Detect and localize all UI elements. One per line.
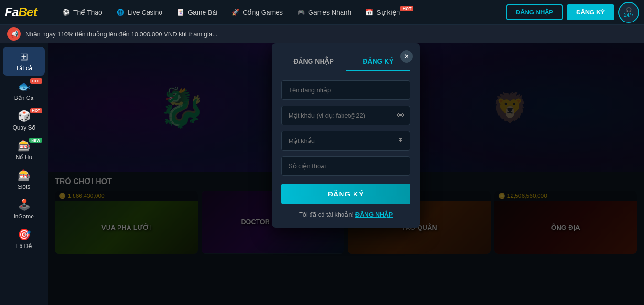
password1-input[interactable] xyxy=(281,106,410,125)
su-kien-hot-badge: HOT xyxy=(400,6,413,11)
quay-so-icon: 🎲 xyxy=(18,110,31,122)
modal-overlay: ĐĂNG NHẬP ĐĂNG KÝ ✕ 👁 xyxy=(48,43,644,305)
header: FaBet ⚽ Thể Thao 🌐 Live Casino 🃏 Game Bà… xyxy=(0,0,644,25)
sidebar-item-slots[interactable]: 🎰 Slots xyxy=(3,165,45,194)
nav-label-su-kien: Sự kiện xyxy=(376,9,400,16)
eye-icon-password1[interactable]: 👁 xyxy=(397,111,405,120)
password1-wrapper: 👁 xyxy=(281,106,410,125)
sidebar-label-ingame: inGame xyxy=(14,213,34,220)
nav-item-live-casino[interactable]: 🌐 Live Casino xyxy=(111,5,167,20)
sidebar-label-lo-de: Lô Đề xyxy=(16,243,32,250)
nav-label-games-nhanh: Games Nhanh xyxy=(308,9,351,16)
phone-input[interactable] xyxy=(281,156,410,176)
quay-so-badge: HOT xyxy=(30,108,42,113)
ticker-bar: 📢 Nhận ngay 110% tiền thưởng lên đến 10.… xyxy=(0,25,644,43)
login-link[interactable]: ĐĂNG NHẬP xyxy=(355,211,393,218)
nav-label-the-thao: Thể Thao xyxy=(73,9,102,16)
logo[interactable]: FaBet xyxy=(5,4,48,21)
sidebar-item-tat-ca[interactable]: ⊞ Tất cả xyxy=(3,47,45,76)
username-group xyxy=(281,80,410,100)
register-button[interactable]: ĐĂNG KÝ xyxy=(567,4,614,20)
tat-ca-icon: ⊞ xyxy=(20,51,28,63)
sidebar-item-quay-so[interactable]: HOT 🎲 Quay Số xyxy=(3,106,45,135)
no-hu-icon: 🎰 xyxy=(18,140,31,152)
headphone-icon: 🎧 xyxy=(626,7,632,12)
support-button[interactable]: 🎧 24/7 xyxy=(618,2,639,23)
sidebar-label-ban-ca: Bắn Cá xyxy=(14,95,33,101)
ticker-text: Nhận ngay 110% tiền thưởng lên đến 10.00… xyxy=(25,31,217,38)
nav-item-cong-games[interactable]: 🚀 Cổng Games xyxy=(226,5,288,20)
password2-wrapper: 👁 xyxy=(281,131,410,151)
login-button[interactable]: ĐĂNG NHẬP xyxy=(506,4,563,20)
games-nhanh-icon: 🎮 xyxy=(296,8,306,17)
lo-de-icon: 🎯 xyxy=(18,229,31,241)
phone-group xyxy=(281,156,410,176)
register-submit-button[interactable]: ĐĂNG KÝ xyxy=(281,184,410,204)
modal-tabs: ĐĂNG NHẬP ĐĂNG KÝ xyxy=(281,53,410,71)
main-layout: ⊞ Tất cả HOT 🐟 Bắn Cá HOT 🎲 Quay Số NEW … xyxy=(0,43,644,305)
logo-text: FaBet xyxy=(5,5,37,20)
nav-label-game-bai: Game Bài xyxy=(188,9,217,16)
ingame-icon: 🕹️ xyxy=(18,199,31,211)
live-casino-icon: 🌐 xyxy=(116,8,125,17)
no-hu-badge: NEW xyxy=(29,138,42,143)
nav-item-game-bai[interactable]: 🃏 Game Bài xyxy=(171,5,222,20)
ban-ca-icon: 🐟 xyxy=(18,80,31,93)
nav-label-live-casino: Live Casino xyxy=(128,9,162,16)
slots-icon: 🎰 xyxy=(18,169,31,182)
sidebar-label-no-hu: Nổ Hũ xyxy=(16,154,32,161)
sidebar-label-slots: Slots xyxy=(18,184,31,190)
sidebar-item-ingame[interactable]: 🕹️ inGame xyxy=(3,195,45,224)
sidebar-item-no-hu[interactable]: NEW 🎰 Nổ Hũ xyxy=(3,136,45,164)
nav-item-su-kien[interactable]: 📅 Sự kiện HOT xyxy=(360,5,418,20)
ban-ca-badge: HOT xyxy=(30,78,42,84)
nav-label-cong-games: Cổng Games xyxy=(243,9,283,16)
announcement-icon: 📢 xyxy=(7,27,21,41)
the-thao-icon: ⚽ xyxy=(61,8,71,17)
sidebar-label-quay-so: Quay Số xyxy=(12,124,35,131)
register-modal: ĐĂNG NHẬP ĐĂNG KÝ ✕ 👁 xyxy=(272,43,420,228)
login-prompt-text: Tôi đã có tài khoản! xyxy=(299,211,354,218)
password1-group: 👁 xyxy=(281,106,410,125)
modal-close-button[interactable]: ✕ xyxy=(400,50,413,63)
content-area: 🐉 🦁 LONG TRÒ CHƠI HOT 🪙 1,866,430,000 VU… xyxy=(48,43,644,305)
cong-games-icon: 🚀 xyxy=(231,8,240,17)
password2-group: 👁 xyxy=(281,131,410,151)
sidebar-item-ban-ca[interactable]: HOT 🐟 Bắn Cá xyxy=(3,76,45,105)
sidebar-item-lo-de[interactable]: 🎯 Lô Đề xyxy=(3,225,45,253)
support-label: 24/7 xyxy=(624,12,633,18)
tab-login[interactable]: ĐĂNG NHẬP xyxy=(281,53,346,71)
username-input[interactable] xyxy=(281,80,410,100)
sidebar: ⊞ Tất cả HOT 🐟 Bắn Cá HOT 🎲 Quay Số NEW … xyxy=(0,43,48,305)
nav-item-the-thao[interactable]: ⚽ Thể Thao xyxy=(56,5,107,20)
su-kien-icon: 📅 xyxy=(365,8,374,17)
game-bai-icon: 🃏 xyxy=(176,8,185,17)
login-prompt: Tôi đã có tài khoản! ĐĂNG NHẬP xyxy=(281,211,410,218)
eye-icon-password2[interactable]: 👁 xyxy=(397,137,405,145)
sidebar-label-tat-ca: Tất cả xyxy=(16,65,32,72)
password2-input[interactable] xyxy=(281,131,410,151)
nav-item-games-nhanh[interactable]: 🎮 Games Nhanh xyxy=(291,5,356,20)
